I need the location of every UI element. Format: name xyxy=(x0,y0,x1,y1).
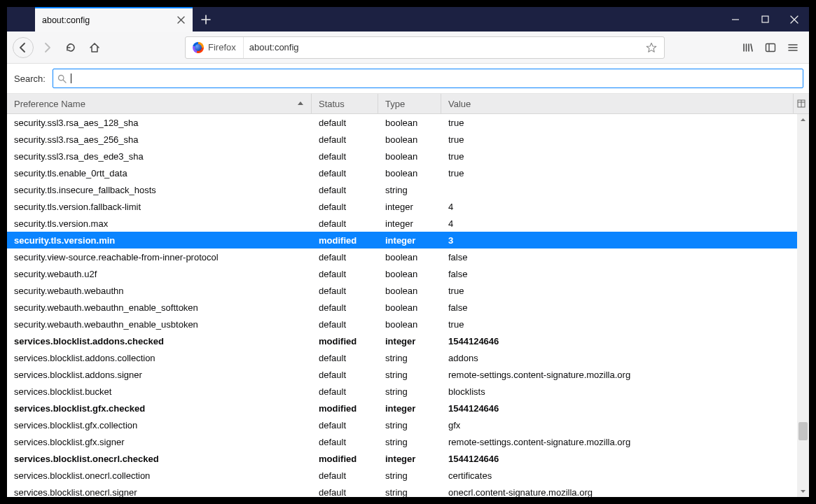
nav-toolbar: Firefox about:config xyxy=(7,31,809,64)
minimize-button[interactable] xyxy=(721,8,750,31)
pref-row[interactable]: security.tls.version.fallback-limitdefau… xyxy=(7,198,797,215)
tab-close-button[interactable] xyxy=(176,15,186,25)
search-input[interactable] xyxy=(53,69,803,88)
library-button[interactable] xyxy=(738,37,759,58)
browser-window: about:config xyxy=(7,7,809,497)
back-button[interactable] xyxy=(13,37,34,58)
pref-type: string xyxy=(378,370,441,380)
scroll-track[interactable] xyxy=(797,126,809,485)
pref-type: boolean xyxy=(378,319,441,330)
pref-row[interactable]: services.blocklist.gfx.collectiondefault… xyxy=(7,416,797,433)
scroll-up-button[interactable] xyxy=(797,114,809,126)
pref-type: integer xyxy=(378,218,441,229)
pref-status: default xyxy=(312,202,378,212)
pref-row[interactable]: security.ssl3.rsa_aes_128_shadefaultbool… xyxy=(7,114,797,131)
column-header-value[interactable]: Value xyxy=(441,94,794,113)
pref-row[interactable]: security.tls.version.maxdefaultinteger4 xyxy=(7,215,797,232)
pref-row[interactable]: services.blocklist.gfx.signerdefaultstri… xyxy=(7,433,797,450)
pref-row[interactable]: services.blocklist.gfx.checkedmodifiedin… xyxy=(7,400,797,416)
pref-type: string xyxy=(378,470,441,481)
home-button[interactable] xyxy=(84,37,105,58)
pref-type: integer xyxy=(378,336,441,346)
sidebar-button[interactable] xyxy=(760,37,781,58)
column-header-type-label: Type xyxy=(385,99,405,109)
pref-row[interactable]: security.tls.enable_0rtt_datadefaultbool… xyxy=(7,164,797,181)
maximize-button[interactable] xyxy=(750,8,780,31)
pref-status: default xyxy=(312,118,378,128)
pref-row[interactable]: services.blocklist.onecrl.checkedmodifie… xyxy=(7,450,797,467)
pref-name: security.view-source.reachable-from-inne… xyxy=(7,252,312,262)
pref-row[interactable]: services.blocklist.addons.signerdefaults… xyxy=(7,366,797,383)
pref-status: default xyxy=(312,353,378,363)
browser-tab[interactable]: about:config xyxy=(35,7,193,31)
pref-value: 3 xyxy=(441,235,797,246)
pref-row[interactable]: services.blocklist.onecrl.signerdefaults… xyxy=(7,484,797,497)
pref-row[interactable]: security.tls.insecure_fallback_hostsdefa… xyxy=(7,181,797,198)
pref-name: services.blocklist.bucket xyxy=(7,386,312,397)
pref-row[interactable]: services.blocklist.addons.collectiondefa… xyxy=(7,349,797,366)
pref-type: string xyxy=(378,487,441,498)
search-icon xyxy=(57,74,67,83)
pref-type: string xyxy=(378,437,441,447)
pref-type: integer xyxy=(378,454,441,464)
pref-value: 1544124646 xyxy=(441,454,797,464)
svg-rect-1 xyxy=(766,43,775,51)
pref-row[interactable]: security.webauth.webauthn_enable_usbtoke… xyxy=(7,316,797,332)
forward-button[interactable] xyxy=(36,37,57,58)
pref-row[interactable]: security.webauth.webauthndefaultbooleant… xyxy=(7,282,797,299)
scroll-down-button[interactable] xyxy=(797,485,809,497)
identity-box[interactable]: Firefox xyxy=(186,37,244,58)
pref-name: security.tls.enable_0rtt_data xyxy=(7,168,312,178)
column-header-status[interactable]: Status xyxy=(312,94,378,113)
text-caret xyxy=(71,74,71,83)
vertical-scrollbar[interactable] xyxy=(797,114,809,497)
column-header-value-label: Value xyxy=(448,99,471,109)
pref-value: false xyxy=(441,302,797,313)
bookmark-star-button[interactable] xyxy=(639,42,664,53)
pref-name: security.ssl3.rsa_des_ede3_sha xyxy=(7,151,312,162)
pref-name: services.blocklist.gfx.signer xyxy=(7,437,312,447)
pref-row[interactable]: security.tls.version.minmodifiedinteger3 xyxy=(7,232,797,248)
pref-type: string xyxy=(378,420,441,430)
pref-row[interactable]: security.ssl3.rsa_aes_256_shadefaultbool… xyxy=(7,131,797,148)
pref-name: security.webauth.webauthn_enable_usbtoke… xyxy=(7,319,312,330)
pref-row[interactable]: services.blocklist.bucketdefaultstringbl… xyxy=(7,383,797,400)
close-window-button[interactable] xyxy=(780,8,809,31)
pref-value: 4 xyxy=(441,218,797,229)
scroll-thumb[interactable] xyxy=(798,422,808,440)
pref-name: security.tls.version.fallback-limit xyxy=(7,202,312,212)
pref-row[interactable]: security.webauth.webauthn_enable_softtok… xyxy=(7,299,797,316)
pref-row[interactable]: security.view-source.reachable-from-inne… xyxy=(7,248,797,265)
pref-value: false xyxy=(441,269,797,279)
url-text[interactable]: about:config xyxy=(244,42,639,52)
config-search-bar: Search: xyxy=(7,64,809,94)
pref-name: security.webauth.webauthn_enable_softtok… xyxy=(7,302,312,313)
column-picker-button[interactable] xyxy=(794,99,809,108)
pref-type: string xyxy=(378,353,441,363)
pref-name: services.blocklist.onecrl.checked xyxy=(7,454,312,464)
pref-type: boolean xyxy=(378,269,441,279)
pref-row[interactable]: services.blocklist.addons.checkedmodifie… xyxy=(7,332,797,349)
pref-name: services.blocklist.onecrl.signer xyxy=(7,487,312,498)
pref-status: default xyxy=(312,269,378,279)
pref-value: remote-settings.content-signature.mozill… xyxy=(441,370,797,380)
pref-row[interactable]: security.webauth.u2fdefaultbooleanfalse xyxy=(7,265,797,282)
pref-value: blocklists xyxy=(441,386,797,397)
reload-button[interactable] xyxy=(60,37,81,58)
urlbar[interactable]: Firefox about:config xyxy=(185,36,665,59)
firefox-icon xyxy=(193,42,204,53)
svg-rect-0 xyxy=(762,16,768,22)
pref-type: boolean xyxy=(378,151,441,162)
pref-value: true xyxy=(441,319,797,330)
column-header-name[interactable]: Preference Name xyxy=(7,94,312,113)
pref-name: services.blocklist.addons.signer xyxy=(7,370,312,380)
pref-type: integer xyxy=(378,403,441,414)
column-header-type[interactable]: Type xyxy=(378,94,441,113)
pref-name: services.blocklist.gfx.collection xyxy=(7,420,312,430)
tab-title: about:config xyxy=(42,15,176,25)
app-menu-button[interactable] xyxy=(782,37,803,58)
pref-row[interactable]: services.blocklist.onecrl.collectiondefa… xyxy=(7,467,797,484)
pref-value: remote-settings.content-signature.mozill… xyxy=(441,437,797,447)
new-tab-button[interactable] xyxy=(195,7,216,31)
pref-row[interactable]: security.ssl3.rsa_des_ede3_shadefaultboo… xyxy=(7,148,797,164)
